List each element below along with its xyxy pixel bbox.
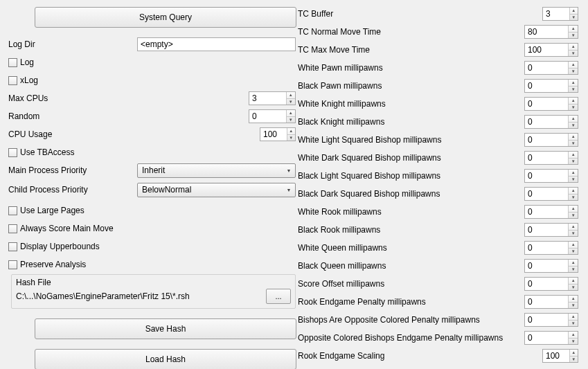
always-score-checkbox[interactable] [8, 224, 17, 233]
main-prio-select[interactable]: Inherit ▼ [137, 163, 296, 178]
max-cpus-spinner[interactable]: ▲ ▼ [249, 91, 296, 105]
random-spinner[interactable]: ▲ ▼ [249, 109, 296, 123]
spin-down-icon[interactable]: ▼ [569, 303, 578, 309]
spin-up-icon[interactable]: ▲ [569, 170, 578, 177]
spin-up-icon[interactable]: ▲ [569, 134, 578, 141]
param-input[interactable] [525, 242, 568, 254]
param-input[interactable] [525, 278, 568, 290]
log-checkbox[interactable] [8, 58, 17, 67]
spin-down-icon[interactable]: ▼ [569, 87, 578, 93]
spin-up-icon[interactable]: ▲ [569, 44, 578, 51]
spin-up-icon[interactable]: ▲ [287, 92, 295, 99]
save-hash-button[interactable]: Save Hash [35, 318, 296, 339]
param-spinner[interactable]: ▲▼ [524, 79, 578, 93]
param-spinner[interactable]: ▲▼ [524, 205, 578, 219]
param-input[interactable] [525, 134, 568, 146]
spin-up-icon[interactable]: ▲ [287, 110, 295, 117]
spin-up-icon[interactable]: ▲ [570, 350, 578, 357]
spin-down-icon[interactable]: ▼ [569, 231, 578, 237]
spin-up-icon[interactable]: ▲ [569, 152, 578, 159]
param-input[interactable] [525, 224, 568, 236]
spin-up-icon[interactable]: ▲ [287, 128, 295, 135]
child-prio-select[interactable]: BelowNormal ▼ [137, 183, 296, 197]
param-input[interactable] [525, 260, 568, 272]
spin-down-icon[interactable]: ▼ [287, 99, 295, 105]
spin-down-icon[interactable]: ▼ [569, 249, 578, 255]
spin-down-icon[interactable]: ▼ [570, 15, 578, 21]
spin-up-icon[interactable]: ▲ [569, 80, 578, 87]
param-spinner[interactable]: ▲▼ [524, 295, 578, 309]
param-spinner[interactable]: ▲▼ [524, 223, 578, 237]
spin-up-icon[interactable]: ▲ [569, 116, 578, 123]
param-spinner[interactable]: ▲▼ [542, 349, 578, 363]
spin-up-icon[interactable]: ▲ [569, 188, 578, 195]
spin-down-icon[interactable]: ▼ [569, 321, 578, 327]
spin-down-icon[interactable]: ▼ [569, 339, 578, 345]
param-input[interactable] [525, 44, 568, 56]
spin-up-icon[interactable]: ▲ [569, 260, 578, 267]
system-query-button[interactable]: System Query [35, 7, 296, 28]
param-spinner[interactable]: ▲▼ [524, 169, 578, 183]
param-input[interactable] [525, 152, 568, 164]
spin-down-icon[interactable]: ▼ [287, 117, 295, 123]
param-spinner[interactable]: ▲▼ [524, 331, 578, 345]
preserve-analysis-checkbox[interactable] [8, 260, 17, 269]
spin-down-icon[interactable]: ▼ [569, 51, 578, 57]
param-spinner[interactable]: ▲▼ [524, 241, 578, 255]
use-large-pages-checkbox[interactable] [8, 206, 17, 215]
spin-down-icon[interactable]: ▼ [287, 135, 295, 141]
param-spinner[interactable]: ▲▼ [524, 61, 578, 75]
param-spinner[interactable]: ▲▼ [524, 97, 578, 111]
param-input[interactable] [525, 116, 568, 128]
spin-up-icon[interactable]: ▲ [569, 296, 578, 303]
display-upperbounds-checkbox[interactable] [8, 242, 17, 251]
random-input[interactable] [249, 110, 286, 123]
spin-down-icon[interactable]: ▼ [569, 69, 578, 75]
spin-up-icon[interactable]: ▲ [569, 62, 578, 69]
spin-up-icon[interactable]: ▲ [569, 26, 578, 33]
param-input[interactable] [525, 170, 568, 182]
param-input[interactable] [525, 332, 568, 344]
cpu-usage-input[interactable] [260, 128, 287, 141]
param-spinner[interactable]: ▲▼ [524, 277, 578, 291]
log-dir-input[interactable] [137, 37, 296, 51]
param-spinner[interactable]: ▲▼ [524, 313, 578, 327]
param-input[interactable] [525, 296, 568, 308]
param-spinner[interactable]: ▲▼ [524, 115, 578, 129]
spin-up-icon[interactable]: ▲ [569, 314, 578, 321]
param-spinner[interactable]: ▲▼ [524, 25, 578, 39]
max-cpus-input[interactable] [249, 92, 286, 105]
spin-down-icon[interactable]: ▼ [569, 105, 578, 111]
spin-up-icon[interactable]: ▲ [569, 206, 578, 213]
spin-down-icon[interactable]: ▼ [569, 285, 578, 291]
spin-down-icon[interactable]: ▼ [569, 213, 578, 219]
use-tbaccess-checkbox[interactable] [8, 148, 17, 157]
param-spinner[interactable]: ▲▼ [542, 7, 578, 21]
param-spinner[interactable]: ▲▼ [524, 133, 578, 147]
param-input[interactable] [525, 188, 568, 200]
param-input[interactable] [525, 206, 568, 218]
param-spinner[interactable]: ▲▼ [524, 151, 578, 165]
cpu-usage-spinner[interactable]: ▲ ▼ [260, 127, 296, 141]
load-hash-button[interactable]: Load Hash [35, 349, 296, 369]
spin-down-icon[interactable]: ▼ [569, 177, 578, 183]
spin-up-icon[interactable]: ▲ [569, 98, 578, 105]
param-input[interactable] [525, 26, 568, 38]
param-input[interactable] [543, 8, 569, 20]
spin-up-icon[interactable]: ▲ [569, 224, 578, 231]
param-input[interactable] [525, 62, 568, 74]
param-spinner[interactable]: ▲▼ [524, 187, 578, 201]
param-spinner[interactable]: ▲▼ [524, 259, 578, 273]
param-input[interactable] [525, 98, 568, 110]
xlog-checkbox[interactable] [8, 76, 17, 85]
spin-down-icon[interactable]: ▼ [570, 357, 578, 363]
spin-down-icon[interactable]: ▼ [569, 195, 578, 201]
param-input[interactable] [543, 350, 569, 362]
param-input[interactable] [525, 314, 568, 326]
spin-down-icon[interactable]: ▼ [569, 33, 578, 39]
spin-up-icon[interactable]: ▲ [569, 332, 578, 339]
spin-up-icon[interactable]: ▲ [569, 278, 578, 285]
spin-up-icon[interactable]: ▲ [569, 242, 578, 249]
spin-down-icon[interactable]: ▼ [569, 141, 578, 147]
spin-down-icon[interactable]: ▼ [569, 159, 578, 165]
